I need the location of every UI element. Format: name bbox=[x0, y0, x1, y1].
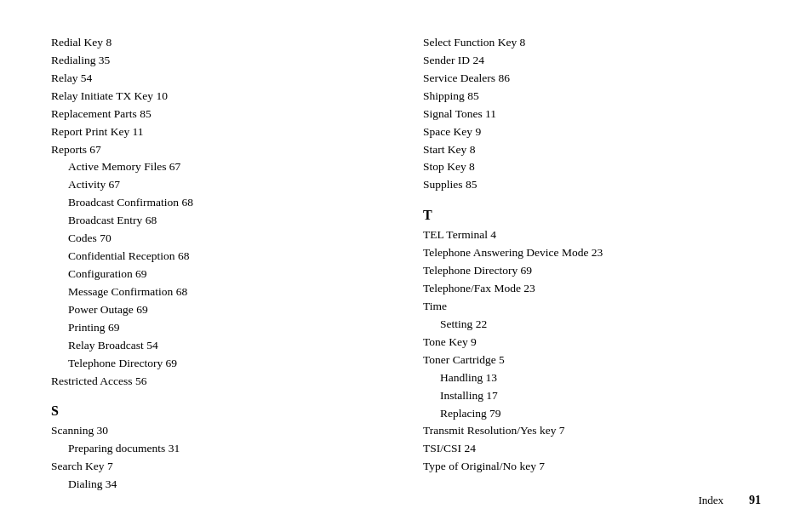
list-item: Start Key 8 bbox=[423, 141, 761, 159]
section-s-header: S Scanning 30Preparing documents 31Searc… bbox=[51, 392, 389, 494]
list-item: Transmit Resolution/Yes key 7 bbox=[423, 422, 761, 440]
list-item: Toner Cartridge 5 bbox=[423, 352, 761, 369]
list-item: Scanning 30 bbox=[51, 422, 389, 440]
left-column: Redial Key 8Redialing 35Relay 54Relay In… bbox=[51, 34, 389, 494]
list-item: Broadcast Entry 68 bbox=[51, 212, 389, 230]
page-container: Redial Key 8Redialing 35Relay 54Relay In… bbox=[0, 0, 812, 526]
list-item: Active Memory Files 67 bbox=[51, 158, 389, 176]
list-item: Replacement Parts 85 bbox=[51, 106, 389, 123]
list-item: Redial Key 8 bbox=[51, 34, 389, 52]
list-item: Relay Broadcast 54 bbox=[51, 337, 389, 355]
list-item: Installing 17 bbox=[423, 387, 761, 405]
list-item: Broadcast Confirmation 68 bbox=[51, 194, 389, 212]
list-item: Stop Key 8 bbox=[423, 158, 761, 176]
list-item: Message Confirmation 68 bbox=[51, 283, 389, 301]
list-item: Select Function Key 8 bbox=[423, 34, 761, 52]
columns-wrapper: Redial Key 8Redialing 35Relay 54Relay In… bbox=[51, 34, 761, 494]
list-item: Telephone Directory 69 bbox=[423, 262, 761, 280]
list-item: Printing 69 bbox=[51, 319, 389, 337]
list-item: Report Print Key 11 bbox=[51, 123, 389, 141]
footer: Index 91 bbox=[698, 494, 761, 507]
list-item: Confidential Reception 68 bbox=[51, 248, 389, 266]
list-item: Search Key 7 bbox=[51, 458, 389, 476]
right-entries: Select Function Key 8Sender ID 24Service… bbox=[423, 34, 761, 194]
list-item: Shipping 85 bbox=[423, 88, 761, 106]
list-item: Telephone Answering Device Mode 23 bbox=[423, 244, 761, 262]
list-item: Telephone/Fax Mode 23 bbox=[423, 280, 761, 298]
list-item: Sender ID 24 bbox=[423, 52, 761, 70]
footer-page: 91 bbox=[749, 494, 761, 507]
list-item: Reports 67 bbox=[51, 141, 389, 159]
list-item: TEL Terminal 4 bbox=[423, 226, 761, 244]
list-item: Relay Initiate TX Key 10 bbox=[51, 88, 389, 106]
list-item: Codes 70 bbox=[51, 230, 389, 248]
list-item: Tone Key 9 bbox=[423, 334, 761, 352]
list-item: Activity 67 bbox=[51, 176, 389, 194]
list-item: Power Outage 69 bbox=[51, 301, 389, 319]
right-column: Select Function Key 8Sender ID 24Service… bbox=[423, 34, 761, 494]
list-item: Time bbox=[423, 298, 761, 316]
footer-label: Index bbox=[698, 494, 723, 507]
list-item: Telephone Directory 69 bbox=[51, 355, 389, 373]
left-entries: Redial Key 8Redialing 35Relay 54Relay In… bbox=[51, 34, 389, 390]
list-item: Space Key 9 bbox=[423, 123, 761, 141]
section-t-header: T TEL Terminal 4Telephone Answering Devi… bbox=[423, 196, 761, 476]
list-item: Signal Tones 11 bbox=[423, 106, 761, 123]
list-item: Type of Original/No key 7 bbox=[423, 458, 761, 476]
list-item: TSI/CSI 24 bbox=[423, 440, 761, 458]
list-item: Dialing 34 bbox=[51, 476, 389, 494]
list-item: Replacing 79 bbox=[423, 405, 761, 423]
list-item: Configuration 69 bbox=[51, 266, 389, 283]
list-item: Redialing 35 bbox=[51, 52, 389, 70]
list-item: Handling 13 bbox=[423, 369, 761, 387]
list-item: Setting 22 bbox=[423, 316, 761, 334]
list-item: Preparing documents 31 bbox=[51, 440, 389, 458]
list-item: Service Dealers 86 bbox=[423, 70, 761, 88]
list-item: Supplies 85 bbox=[423, 176, 761, 194]
list-item: Relay 54 bbox=[51, 70, 389, 88]
list-item: Restricted Access 56 bbox=[51, 373, 389, 391]
